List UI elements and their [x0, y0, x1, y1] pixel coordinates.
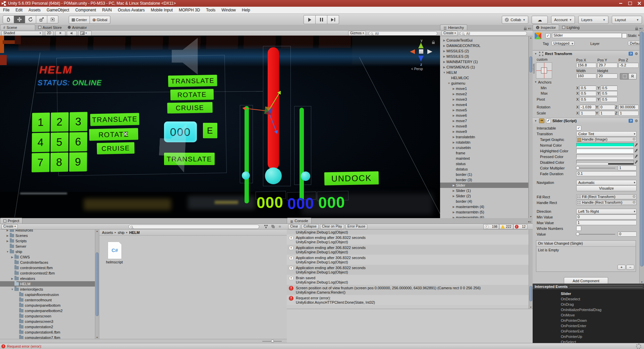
- keypad-button-1[interactable]: 1: [32, 112, 50, 132]
- console-message[interactable]: !Application ending after 306.8322 secon…: [287, 255, 529, 265]
- slider-track[interactable]: [576, 168, 615, 168]
- property-field[interactable]: 0: [576, 214, 637, 219]
- project-folder-computerpanelbottom2[interactable]: computerpanelbottom2: [0, 308, 95, 313]
- pivot-y-field[interactable]: 0.5: [601, 97, 618, 102]
- hierarchy-item-cruisebtn[interactable]: ▶cruisebtn: [440, 145, 528, 150]
- hierarchy-item-move7[interactable]: ▶move7: [440, 118, 528, 123]
- hierarchy-item-border-1-[interactable]: border (1): [440, 172, 528, 177]
- hierarchy-item-missiles-3-[interactable]: ▶MISSILES (3): [440, 54, 528, 59]
- expand-arrow-icon[interactable]: ▶: [451, 136, 456, 139]
- hierarchy-item-move2[interactable]: ▶move2: [440, 91, 528, 97]
- slider-knob[interactable]: [576, 166, 580, 170]
- scene-viewport[interactable]: HELM STATUS: ONLINE 123456789 TRANSLATE …: [0, 36, 440, 218]
- project-tree-scrollbar[interactable]: ▲ ▼: [95, 230, 99, 339]
- event-remove-button[interactable]: −: [626, 265, 634, 270]
- hierarchy-item-helm[interactable]: ▼HELM: [440, 70, 528, 75]
- property-checkbox[interactable]: ✓: [576, 126, 581, 131]
- hierarchy-item-move8[interactable]: ▶move8: [440, 123, 528, 129]
- hierarchy-item-move1[interactable]: ▶move1: [440, 86, 528, 91]
- axis-center-cube[interactable]: [419, 49, 423, 54]
- expand-arrow-icon[interactable]: ▶: [451, 130, 456, 133]
- search-by-label-icon[interactable]: [271, 225, 275, 228]
- expand-arrow-icon[interactable]: ▶: [10, 277, 14, 280]
- minimize-button[interactable]: [616, 0, 625, 7]
- expand-arrow-icon[interactable]: ▶: [442, 60, 446, 63]
- raw-edit-button[interactable]: R: [629, 73, 637, 80]
- expand-arrow-icon[interactable]: ▶: [451, 146, 456, 149]
- rudder-slider-handle[interactable]: [301, 171, 310, 181]
- hierarchy-item-masterarmbtn-5-[interactable]: ▶masterarmbtn (5): [440, 209, 528, 215]
- property-slider[interactable]: 1: [576, 165, 637, 170]
- expand-arrow-icon[interactable]: ▶: [451, 119, 456, 122]
- tab-lighting[interactable]: Lighting: [559, 24, 583, 30]
- menu-item-edit[interactable]: Edit: [12, 7, 25, 13]
- eyedropper-icon[interactable]: [635, 161, 637, 164]
- orientation-gizmo[interactable]: y z < Persp: [408, 38, 439, 75]
- console-clear-on-play-button[interactable]: Clear on Play: [320, 224, 344, 229]
- console-error-count[interactable]: !12: [513, 224, 527, 229]
- hierarchy-item-masterarmbtn-4-[interactable]: ▶masterarmbtn (4): [440, 204, 528, 209]
- throttle-slider-track[interactable]: [245, 106, 249, 203]
- foldout-icon[interactable]: ▼: [534, 119, 537, 122]
- expand-arrow-icon[interactable]: ▶: [451, 109, 456, 112]
- keypad-button-5[interactable]: 5: [51, 133, 68, 152]
- menu-item-mobile-input[interactable]: Mobile Input: [148, 7, 176, 13]
- tab-project[interactable]: Project: [0, 218, 22, 223]
- hierarchy-item-border-3-[interactable]: border (3): [440, 177, 528, 183]
- project-create-button[interactable]: Create▾: [1, 224, 18, 229]
- visualize-button[interactable]: Visualize: [576, 185, 637, 191]
- favorites-star-icon[interactable]: ★: [278, 224, 282, 229]
- maximize-button[interactable]: [625, 0, 635, 7]
- rotate-button[interactable]: ROTATE: [89, 128, 139, 141]
- min-y-field[interactable]: 0.5: [601, 86, 618, 91]
- hierarchy-item-maintext[interactable]: maintext: [440, 156, 528, 161]
- scale-z-field[interactable]: 1: [619, 111, 639, 116]
- breadcrumb-ship[interactable]: ship: [118, 231, 124, 235]
- hierarchy-item-slider[interactable]: ▶Slider: [440, 183, 528, 188]
- hierarchy-item-consoletestgui[interactable]: ▶ConsoleTestGui: [440, 38, 528, 43]
- hierarchy-item-guimenu[interactable]: ▼guimenu: [440, 81, 528, 86]
- menu-item-component[interactable]: Component: [72, 7, 99, 13]
- keypad-button-9[interactable]: 9: [69, 152, 87, 172]
- hierarchy-create-button[interactable]: Create▾: [441, 31, 458, 36]
- console-warning-count[interactable]: 222: [499, 224, 513, 229]
- project-folder-interiorobjects[interactable]: ▼interiorobjects: [0, 287, 95, 292]
- panel-menu-icon[interactable]: ▾≡: [639, 27, 643, 30]
- project-tree-scrollbar-thumb[interactable]: [96, 252, 99, 316]
- expand-arrow-icon[interactable]: ▶: [451, 87, 456, 90]
- project-folder-controlinterfaces[interactable]: ControlInterfaces: [0, 260, 95, 265]
- search-by-type-icon[interactable]: [264, 225, 268, 229]
- property-object-field[interactable]: Handle (Image): [576, 137, 637, 142]
- expand-arrow-icon[interactable]: ▼: [10, 288, 14, 291]
- project-folder-ciws[interactable]: ▶CIWS: [0, 254, 95, 260]
- move-tool-button[interactable]: [14, 15, 25, 23]
- project-folder-scenes[interactable]: ▶Scenes: [0, 233, 95, 238]
- console-scrollbar-thumb[interactable]: [529, 286, 532, 301]
- pause-button[interactable]: [316, 15, 327, 24]
- rudder-slider-track[interactable]: [300, 108, 304, 200]
- project-folder-helm[interactable]: HELM: [0, 281, 95, 287]
- static-checkbox[interactable]: [622, 33, 627, 38]
- hierarchy-item-move6[interactable]: ▶move6: [440, 113, 528, 118]
- width-field[interactable]: 160: [576, 73, 596, 79]
- keypad-button-7[interactable]: 7: [32, 153, 49, 172]
- scene-search-input[interactable]: All: [369, 31, 437, 36]
- enter-button[interactable]: E: [203, 123, 217, 138]
- lock-icon[interactable]: [635, 28, 638, 30]
- project-folder-computerstation7-fbm[interactable]: computerstation7.fbm: [0, 335, 95, 339]
- cruise-button[interactable]: CRUISE: [167, 102, 213, 113]
- expand-arrow-icon[interactable]: ▶: [451, 195, 456, 198]
- tab-hierarchy[interactable]: ☰Hierarchy: [440, 24, 467, 30]
- hierarchy-search-input[interactable]: All: [460, 31, 527, 36]
- rotation-z-field[interactable]: 90.00006: [619, 105, 639, 110]
- menu-item-file[interactable]: File: [0, 7, 12, 13]
- console-message[interactable]: !Application ending after 306.8322 secon…: [287, 245, 529, 255]
- property-field[interactable]: 1: [576, 220, 637, 225]
- property-field[interactable]: 0: [618, 232, 637, 237]
- property-field[interactable]: 0.1: [576, 171, 637, 176]
- tab-animator[interactable]: Animator: [65, 24, 90, 30]
- eyedropper-icon[interactable]: [635, 149, 637, 152]
- pos-y-field[interactable]: 29.7: [597, 63, 618, 68]
- 2d-toggle-button[interactable]: 2D: [45, 31, 53, 36]
- throttle-slider-handle[interactable]: [242, 171, 250, 180]
